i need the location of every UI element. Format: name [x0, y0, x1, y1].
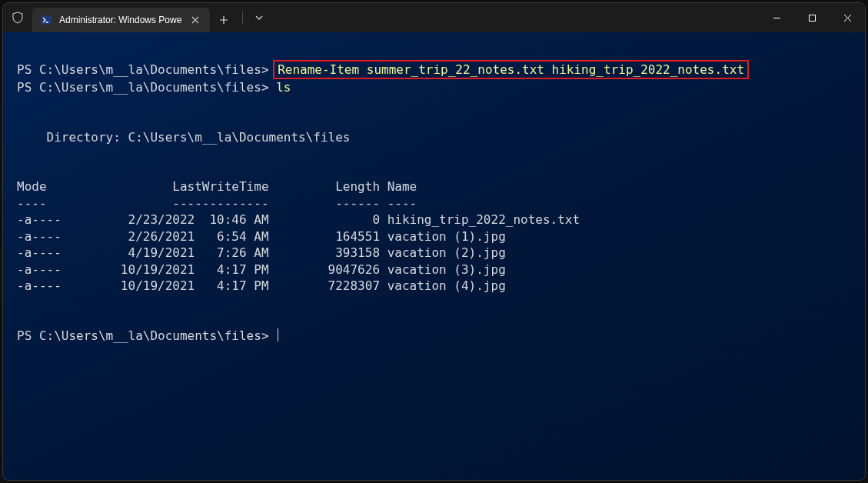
- svg-rect-1: [809, 15, 815, 21]
- table-row: -a---- 2/23/2022 10:46 AM 0 hiking_trip_…: [17, 212, 580, 227]
- table-row: -a---- 4/19/2021 7:26 AM 393158 vacation…: [17, 245, 506, 260]
- table-header-underline: ---- ------------- ------ ----: [17, 196, 417, 211]
- prompt-current: PS C:\Users\m__la\Documents\files>: [17, 328, 278, 343]
- tab-dropdown-button[interactable]: [248, 3, 271, 32]
- cursor: [278, 328, 278, 341]
- titlebar-drag-area[interactable]: [271, 3, 759, 32]
- table-row: -a---- 10/19/2021 4:17 PM 9047626 vacati…: [17, 262, 506, 277]
- prompt-line-1: PS C:\Users\m__la\Documents\files> Renam…: [17, 62, 749, 77]
- table-header: Mode LastWriteTime Length Name: [17, 179, 417, 194]
- highlighted-command: Rename-Item summer_trip_22_notes.txt hik…: [273, 60, 749, 80]
- scrollbar[interactable]: [856, 32, 865, 480]
- svg-rect-0: [41, 15, 52, 25]
- prompt-line-2: PS C:\Users\m__la\Documents\files> ls: [17, 80, 291, 95]
- powershell-icon: [40, 14, 52, 26]
- directory-line: Directory: C:\Users\m__la\Documents\file…: [17, 130, 350, 145]
- shield-icon: [3, 3, 32, 32]
- tab-title: Administrator: Windows Powe: [59, 15, 181, 25]
- table-row: -a---- 2/26/2021 6:54 AM 164551 vacation…: [17, 229, 506, 244]
- new-tab-button[interactable]: [210, 8, 238, 32]
- terminal-window: Administrator: Windows Powe PS C:\Users\…: [2, 2, 866, 481]
- tab-active[interactable]: Administrator: Windows Powe: [32, 8, 210, 32]
- titlebar: Administrator: Windows Powe: [3, 3, 865, 32]
- minimize-button[interactable]: [759, 3, 794, 32]
- terminal-output[interactable]: PS C:\Users\m__la\Documents\files> Renam…: [3, 32, 865, 480]
- tab-divider: [242, 11, 243, 25]
- tab-close-button[interactable]: [188, 15, 202, 26]
- maximize-button[interactable]: [794, 3, 830, 32]
- table-row: -a---- 10/19/2021 4:17 PM 7228307 vacati…: [17, 278, 506, 293]
- close-window-button[interactable]: [830, 3, 865, 32]
